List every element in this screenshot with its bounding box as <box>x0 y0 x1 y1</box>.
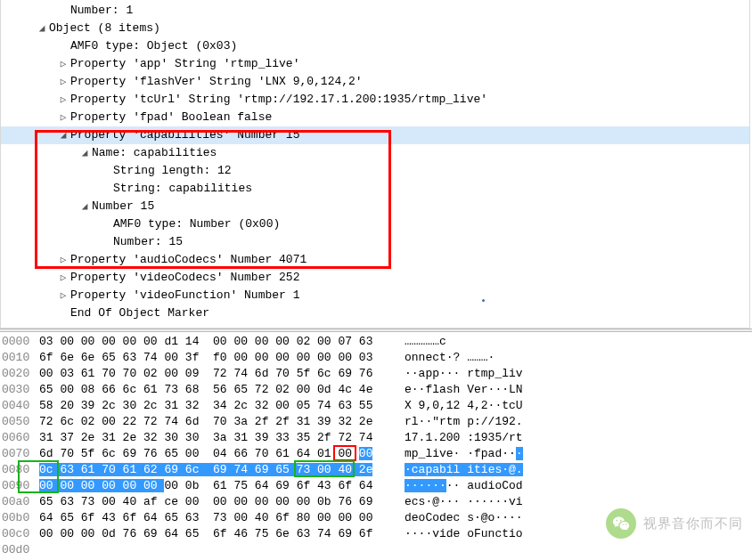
tree-label: Property 'capabilities' Number 15 <box>70 128 299 142</box>
watermark: 视界音你而不同 <box>606 508 743 539</box>
hex-offset: 0020 <box>0 366 39 382</box>
hex-bytes: 64 65 6f 43 6f 64 65 63 73 00 40 6f 80 0… <box>39 510 388 526</box>
hex-ascii: ··app··· rtmp_liv <box>388 366 523 382</box>
tree-row[interactable]: ◢Name: capabilities <box>1 144 749 162</box>
tree-row[interactable]: ◢Object (8 items) <box>1 20 749 37</box>
hex-row[interactable]: 009000 00 00 00 00 00 00 0b 61 75 64 69 … <box>0 478 752 494</box>
tree-row[interactable]: ▷Property 'flashVer' String 'LNX 9,0,124… <box>1 73 749 91</box>
hex-bytes: 6f 6e 6e 65 63 74 00 3f f0 00 00 00 00 0… <box>39 350 388 366</box>
tree-row[interactable]: ◢Property 'capabilities' Number 15 <box>1 126 749 144</box>
hex-row[interactable]: 00706d 70 5f 6c 69 76 65 00 04 66 70 61 … <box>0 446 752 462</box>
hex-ascii: ········ audioCod <box>388 478 523 494</box>
hex-offset: 0060 <box>0 430 39 446</box>
tree-label: End Of Object Marker <box>70 306 209 320</box>
tree-row[interactable]: ▷Property 'fpad' Boolean false <box>1 109 749 126</box>
hex-offset: 0040 <box>0 398 39 414</box>
hex-offset: 0090 <box>0 478 39 494</box>
hex-offset: 0000 <box>0 334 39 350</box>
tree-label: Property 'tcUrl' String 'rtmp://192.17.1… <box>70 93 487 106</box>
hex-ascii: rl··"rtm p://192. <box>388 414 523 430</box>
hex-offset: 0050 <box>0 414 39 430</box>
expand-icon[interactable]: ◢ <box>58 126 69 144</box>
expand-icon[interactable]: ◢ <box>37 20 47 37</box>
hex-bytes: 0c 63 61 70 61 62 69 6c 69 74 69 65 73 0… <box>39 462 388 478</box>
tree-row[interactable]: String: capabilities <box>1 180 749 198</box>
hex-ascii: ·capabil ities·@. <box>388 462 523 478</box>
tree-row[interactable]: AMF0 type: Object (0x03) <box>1 37 749 55</box>
tree-row[interactable]: Number: 15 <box>1 233 749 251</box>
tree-row[interactable]: End Of Object Marker <box>1 304 749 322</box>
collapse-icon[interactable]: ▷ <box>58 73 69 91</box>
collapse-icon[interactable]: ▷ <box>58 91 69 109</box>
hex-row[interactable]: 002000 03 61 70 70 02 00 09 72 74 6d 70 … <box>0 366 752 382</box>
tree-row[interactable]: ▷Property 'audioCodecs' Number 4071 <box>1 251 749 269</box>
hex-offset: 0070 <box>0 446 39 462</box>
tree-label: AMF0 type: Number (0x00) <box>113 217 280 231</box>
hex-offset: 0030 <box>0 382 39 398</box>
hex-row[interactable]: 00d0 <box>0 542 752 558</box>
wechat-icon <box>606 508 636 539</box>
hex-offset: 00a0 <box>0 494 39 510</box>
hex-bytes: 72 6c 02 00 22 72 74 6d 70 3a 2f 2f 31 3… <box>39 414 388 430</box>
collapse-icon[interactable]: ▷ <box>58 251 69 269</box>
hex-bytes <box>39 542 388 558</box>
hex-offset: 0080 <box>0 462 39 478</box>
hex-offset: 0010 <box>0 350 39 366</box>
tree-row[interactable]: ▷Property 'videoCodecs' Number 252 <box>1 269 749 287</box>
hex-bytes: 58 20 39 2c 30 2c 31 32 34 2c 32 00 05 7… <box>39 398 388 414</box>
tree-row[interactable]: String length: 12 <box>1 162 749 180</box>
tree-label: Number: 15 <box>113 235 183 248</box>
hex-row[interactable]: 00800c 63 61 70 61 62 69 6c 69 74 69 65 … <box>0 462 752 478</box>
hex-offset: 00b0 <box>0 510 39 526</box>
collapse-icon[interactable]: ▷ <box>58 55 69 73</box>
hex-ascii: deoCodec s·@o···· <box>388 510 523 526</box>
hex-offset: 00c0 <box>0 526 39 542</box>
hex-bytes: 00 00 00 0d 76 69 64 65 6f 46 75 6e 63 7… <box>39 526 388 542</box>
hex-ascii: ecs·@··· ······vi <box>388 494 523 510</box>
tree-label: AMF0 type: Object (0x03) <box>70 39 237 53</box>
hex-ascii: X 9,0,12 4,2··tcU <box>388 398 523 414</box>
tree-row[interactable]: AMF0 type: Number (0x00) <box>1 215 749 233</box>
tree-label: Property 'videoFunction' Number 1 <box>70 288 299 302</box>
tree-row[interactable]: ▷Property 'videoFunction' Number 1 <box>1 287 749 304</box>
hex-row[interactable]: 00106f 6e 6e 65 63 74 00 3f f0 00 00 00 … <box>0 350 752 366</box>
hex-ascii: ····vide oFunctio <box>388 526 523 542</box>
tree-label: Property 'audioCodecs' Number 4071 <box>70 253 307 266</box>
hex-ascii: e··flash Ver···LN <box>388 382 523 398</box>
tree-label: Property 'flashVer' String 'LNX 9,0,124,… <box>70 75 363 88</box>
watermark-text: 视界音你而不同 <box>643 515 743 532</box>
hex-ascii: ……………c <box>388 334 446 350</box>
hex-row[interactable]: 006031 37 2e 31 2e 32 30 30 3a 31 39 33 … <box>0 430 752 446</box>
expand-icon[interactable]: ◢ <box>79 198 90 215</box>
hex-ascii <box>388 542 405 558</box>
hex-bytes: 00 03 61 70 70 02 00 09 72 74 6d 70 5f 6… <box>39 366 388 382</box>
tree-label: Number 15 <box>92 199 154 213</box>
collapse-icon[interactable]: ▷ <box>58 109 69 126</box>
hex-bytes: 00 00 00 00 00 00 00 0b 61 75 64 69 6f 4… <box>39 478 388 494</box>
hex-row[interactable]: 000003 00 00 00 00 00 d1 14 00 00 00 00 … <box>0 334 752 350</box>
hex-bytes: 6d 70 5f 6c 69 76 65 00 04 66 70 61 64 0… <box>39 446 388 462</box>
expand-icon[interactable]: ◢ <box>79 144 90 162</box>
hex-bytes: 03 00 00 00 00 00 d1 14 00 00 00 00 02 0… <box>39 334 388 350</box>
hex-row[interactable]: 005072 6c 02 00 22 72 74 6d 70 3a 2f 2f … <box>0 414 752 430</box>
collapse-icon[interactable]: ▷ <box>58 269 69 287</box>
hex-bytes: 31 37 2e 31 2e 32 30 30 3a 31 39 33 35 2… <box>39 430 388 446</box>
tree-row[interactable]: ▷Property 'app' String 'rtmp_live' <box>1 55 749 73</box>
tree-label: Name: capabilities <box>92 146 217 159</box>
tree-label: Property 'videoCodecs' Number 252 <box>70 271 299 284</box>
tree-pane: Number: 1◢Object (8 items)AMF0 type: Obj… <box>0 0 750 329</box>
tree-label: Number: 1 <box>70 4 133 17</box>
tree-row[interactable]: Number: 1 <box>1 2 749 20</box>
hex-offset: 00d0 <box>0 542 39 558</box>
tree-label: Object (8 items) <box>49 21 160 35</box>
hex-row[interactable]: 003065 00 08 66 6c 61 73 68 56 65 72 02 … <box>0 382 752 398</box>
hex-pane: 000003 00 00 00 00 00 d1 14 00 00 00 00 … <box>0 332 752 560</box>
tree-label: Property 'app' String 'rtmp_live' <box>70 57 299 70</box>
tree-row[interactable]: ▷Property 'tcUrl' String 'rtmp://192.17.… <box>1 91 749 109</box>
collapse-icon[interactable]: ▷ <box>58 287 69 304</box>
tree-label: Property 'fpad' Boolean false <box>70 110 272 124</box>
tree-row[interactable]: ◢Number 15 <box>1 198 749 215</box>
hex-row[interactable]: 004058 20 39 2c 30 2c 31 32 34 2c 32 00 … <box>0 398 752 414</box>
hex-ascii: 17.1.200 :1935/rt <box>388 430 523 446</box>
hex-bytes: 65 00 08 66 6c 61 73 68 56 65 72 02 00 0… <box>39 382 388 398</box>
